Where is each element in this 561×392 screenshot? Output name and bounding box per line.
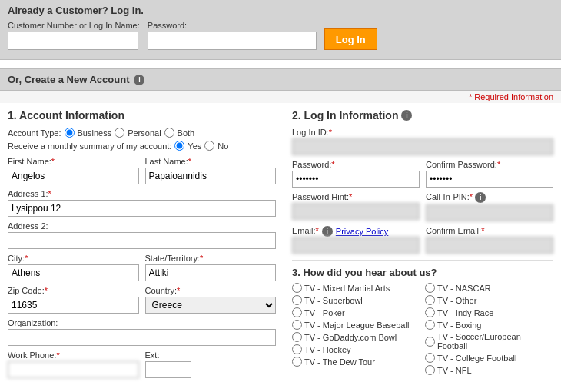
login-id-input[interactable] (292, 138, 553, 155)
email-info-icon[interactable]: i (322, 226, 333, 237)
hint-pin-row: Password Hint:* Call-In-PIN:* i (292, 192, 553, 221)
hint-field: Password Hint:* (292, 192, 420, 221)
hear-hockey-radio[interactable] (292, 344, 302, 354)
create-account-info-icon[interactable]: i (134, 75, 144, 85)
hear-poker-radio[interactable] (292, 307, 302, 317)
monthly-yes-radio[interactable] (174, 141, 184, 151)
hear-other-label: TV - Other (437, 296, 476, 305)
confirm-email-input[interactable] (426, 237, 553, 254)
monthly-no-label: No (217, 141, 228, 151)
hear-item-boxing: TV - Boxing (425, 320, 553, 330)
address1-input[interactable] (8, 200, 276, 217)
create-account-heading: Or, Create a New Account (8, 74, 129, 85)
address2-field: Address 2: (8, 221, 276, 249)
account-info-title: 1. Account Information (8, 109, 276, 121)
callin-input[interactable] (426, 204, 553, 221)
main-content: 1. Account Information Account Type: Bus… (0, 103, 561, 389)
phone-row: Work Phone:* Ext: (8, 350, 276, 383)
login-button[interactable]: Log In (324, 28, 377, 50)
city-input[interactable] (8, 264, 139, 281)
hear-dew-radio[interactable] (292, 357, 302, 367)
hear-item-mma: TV - Mixed Martial Arts (292, 283, 420, 293)
password-input[interactable] (292, 171, 420, 188)
hear-item-nascar: TV - NASCAR (425, 283, 553, 293)
country-select[interactable]: Greece (145, 297, 277, 314)
monthly-summary-label: Receive a monthly summary of my account: (8, 141, 171, 151)
address2-label: Address 2: (8, 221, 276, 231)
account-type-business-label: Business (78, 128, 112, 138)
city-field: City:* (8, 254, 139, 281)
address2-input[interactable] (8, 232, 276, 249)
account-type-both-radio[interactable] (164, 128, 174, 138)
confirm-password-input[interactable] (426, 171, 553, 188)
hear-item-godaddy: TV - GoDaddy.com Bowl (292, 332, 420, 342)
hear-superbowl-radio[interactable] (292, 295, 302, 305)
state-label: State/Territory:* (145, 254, 277, 263)
zip-input[interactable] (8, 297, 139, 314)
email-field: Email:* i Privacy Policy (292, 226, 420, 254)
hear-item-baseball: TV - Major League Baseball (292, 320, 420, 330)
login-id-field: Log In ID:* (292, 128, 553, 155)
hear-other-radio[interactable] (425, 295, 435, 305)
account-info-panel: 1. Account Information Account Type: Bus… (0, 103, 284, 389)
confirm-password-field: Confirm Password:* (426, 160, 553, 188)
hear-boxing-radio[interactable] (425, 320, 435, 330)
confirm-email-label: Confirm Email:* (426, 226, 553, 235)
hear-college-football-label: TV - College Football (437, 354, 516, 363)
hear-superbowl-label: TV - Superbowl (304, 296, 363, 305)
monthly-summary-row: Receive a monthly summary of my account:… (8, 141, 276, 151)
password-row: Password:* Confirm Password:* (292, 160, 553, 188)
org-label: Organization: (8, 318, 276, 327)
account-type-personal-radio[interactable] (115, 128, 124, 138)
hear-hockey-label: TV - Hockey (304, 345, 351, 354)
login-id-label: Log In ID:* (292, 128, 553, 137)
country-label: Country:* (145, 286, 277, 295)
privacy-policy-link[interactable]: Privacy Policy (336, 227, 388, 236)
right-panel: 2. Log In Information i Log In ID:* Pass… (284, 103, 561, 389)
zip-field: Zip Code:* (8, 286, 139, 314)
hear-soccer-radio[interactable] (425, 337, 435, 347)
hear-mma-radio[interactable] (292, 283, 302, 293)
callin-field: Call-In-PIN:* i (426, 192, 553, 221)
hear-options: TV - Mixed Martial Arts TV - Superbowl T… (292, 283, 553, 377)
hear-item-hockey: TV - Hockey (292, 344, 420, 354)
country-field: Country:* Greece (145, 286, 277, 314)
create-account-header: Or, Create a New Account i (0, 68, 561, 91)
required-note: * Required Information (0, 91, 561, 103)
address1-field: Address 1:* (8, 189, 276, 217)
account-type-personal-label: Personal (128, 128, 161, 138)
login-heading: Already a Customer? Log in. (8, 5, 553, 16)
callin-info-icon[interactable]: i (475, 192, 486, 203)
city-label: City:* (8, 254, 139, 263)
hear-godaddy-label: TV - GoDaddy.com Bowl (304, 333, 397, 342)
hear-nascar-radio[interactable] (425, 283, 435, 293)
login-password-field: Password: (148, 21, 317, 50)
email-label: Email:* (292, 226, 319, 235)
hear-baseball-label: TV - Major League Baseball (304, 321, 409, 330)
hear-indy-radio[interactable] (425, 307, 435, 317)
hear-college-football-radio[interactable] (425, 353, 435, 363)
hint-input[interactable] (292, 203, 420, 220)
login-password-input[interactable] (148, 32, 317, 50)
org-input[interactable] (8, 329, 276, 346)
hear-baseball-radio[interactable] (292, 320, 302, 330)
last-name-field: Last Name:* (145, 157, 277, 184)
hear-nascar-label: TV - NASCAR (437, 284, 491, 293)
customer-number-input[interactable] (8, 32, 138, 50)
state-input[interactable] (145, 264, 277, 281)
work-phone-input[interactable] (8, 361, 139, 378)
login-info-icon[interactable]: i (401, 110, 412, 121)
first-name-input[interactable] (8, 168, 139, 184)
hear-godaddy-radio[interactable] (292, 332, 302, 342)
last-name-input[interactable] (145, 168, 277, 184)
account-type-business-radio[interactable] (65, 128, 75, 138)
hear-item-nfl: TV - NFL (425, 365, 553, 375)
hear-nfl-radio[interactable] (425, 365, 435, 375)
callin-label: Call-In-PIN:* i (426, 192, 553, 203)
login-row: Customer Number or Log In Name: Password… (8, 21, 553, 56)
ext-input[interactable] (145, 361, 191, 378)
email-input[interactable] (292, 237, 420, 254)
hear-dew-label: TV - The Dew Tour (304, 357, 375, 367)
monthly-no-radio[interactable] (204, 141, 214, 151)
hear-item-dew: TV - The Dew Tour (292, 357, 420, 367)
